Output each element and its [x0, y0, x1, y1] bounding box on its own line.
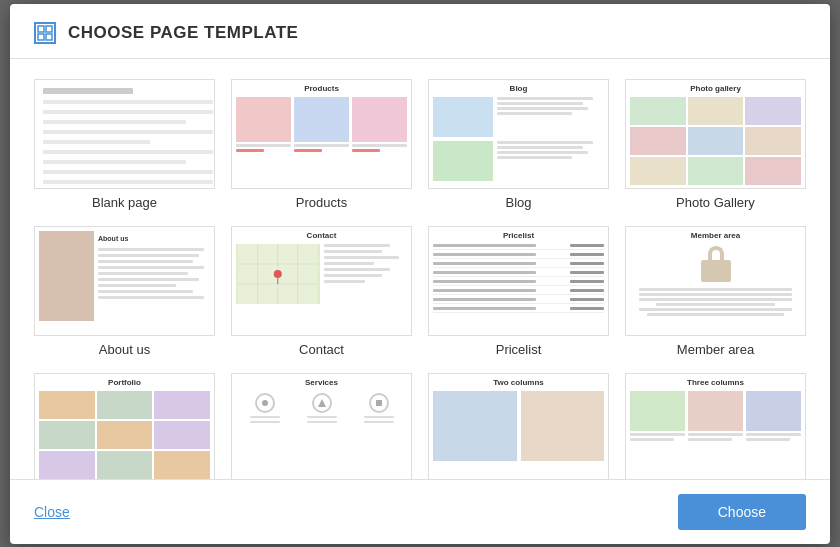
template-preview-member: Member area [625, 226, 806, 336]
preview-label-pricelist: Pricelist [433, 231, 604, 240]
template-item-blog[interactable]: Blog [428, 79, 609, 210]
template-preview-gallery: Photo gallery [625, 79, 806, 189]
template-item-contact[interactable]: Contact [231, 226, 412, 357]
template-name-contact: Contact [299, 342, 344, 357]
modal-header: CHOOSE PAGE TEMPLATE [10, 4, 830, 59]
template-preview-contact: Contact [231, 226, 412, 336]
template-name-about: About us [99, 342, 150, 357]
modal-body: Blank page Products [10, 59, 830, 479]
modal-title: CHOOSE PAGE TEMPLATE [68, 23, 298, 43]
preview-label-member: Member area [691, 231, 740, 240]
template-item-products[interactable]: Products [231, 79, 412, 210]
preview-label-threecol: Three columns [630, 378, 801, 387]
template-preview-portfolio: Portfolio [34, 373, 215, 479]
template-name-blog: Blog [505, 195, 531, 210]
preview-label-services: Services [236, 378, 407, 387]
svg-point-12 [262, 400, 268, 406]
template-preview-about: About us [34, 226, 215, 336]
template-name-gallery: Photo Gallery [676, 195, 755, 210]
preview-label-twocol: Two columns [433, 378, 604, 387]
template-name-products: Products [296, 195, 347, 210]
template-preview-services: Services [231, 373, 412, 479]
template-modal: CHOOSE PAGE TEMPLATE [10, 4, 830, 544]
preview-label-gallery: Photo gallery [630, 84, 801, 93]
template-name-member: Member area [677, 342, 754, 357]
templates-grid: Blank page Products [34, 79, 806, 479]
template-name-blank: Blank page [92, 195, 157, 210]
svg-rect-3 [46, 34, 52, 40]
lock-icon [701, 246, 731, 282]
svg-marker-13 [318, 399, 326, 407]
choose-button[interactable]: Choose [678, 494, 806, 530]
modal-icon [34, 22, 56, 44]
template-preview-blog: Blog [428, 79, 609, 189]
template-preview-blank [34, 79, 215, 189]
template-item-member[interactable]: Member area Member area [625, 226, 806, 357]
svg-point-10 [274, 270, 282, 278]
template-item-blank[interactable]: Blank page [34, 79, 215, 210]
svg-rect-14 [376, 400, 382, 406]
template-name-pricelist: Pricelist [496, 342, 542, 357]
svg-rect-0 [38, 26, 44, 32]
template-item-about[interactable]: About us About us [34, 226, 215, 357]
preview-label-contact: Contact [236, 231, 407, 240]
template-item-pricelist[interactable]: Pricelist Pricelist [428, 226, 609, 357]
template-item-portfolio[interactable]: Portfolio Portfolio [34, 373, 215, 479]
template-item-services[interactable]: Services [231, 373, 412, 479]
preview-label-products: Products [236, 84, 407, 93]
template-item-threecol[interactable]: Three columns [625, 373, 806, 479]
modal-footer: Close Choose [10, 479, 830, 544]
template-item-twocol[interactable]: Two columns Two columns [428, 373, 609, 479]
svg-rect-2 [38, 34, 44, 40]
template-item-gallery[interactable]: Photo gallery Photo Gallery [625, 79, 806, 210]
template-preview-threecol: Three columns [625, 373, 806, 479]
template-preview-pricelist: Pricelist [428, 226, 609, 336]
preview-label-blog: Blog [433, 84, 604, 93]
template-preview-twocol: Two columns [428, 373, 609, 479]
close-button[interactable]: Close [34, 504, 70, 520]
template-preview-products: Products [231, 79, 412, 189]
preview-label-portfolio: Portfolio [39, 378, 210, 387]
svg-rect-1 [46, 26, 52, 32]
